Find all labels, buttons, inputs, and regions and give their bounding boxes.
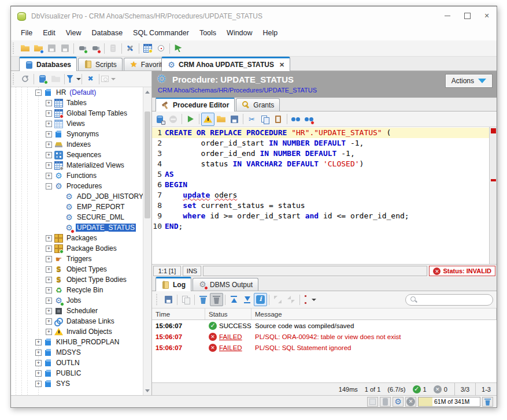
menu-file[interactable]: File <box>16 27 38 39</box>
tab-databases[interactable]: Databases <box>19 57 77 71</box>
log-toolbar-grip[interactable] <box>156 294 160 306</box>
new-sql-commander-button[interactable] <box>172 42 185 55</box>
tree-item-functions[interactable]: +Functions <box>11 170 151 181</box>
tree-item-scheduler[interactable]: +Scheduler <box>11 306 151 316</box>
tree-item-emp-report[interactable]: EMP_REPORT <box>11 202 151 212</box>
tree-item-invalid-objects[interactable]: +Invalid Objects <box>11 326 151 337</box>
code-line-3[interactable]: 3 order_id_end IN NUMBER DEFAULT -1, <box>152 148 489 159</box>
layout-button[interactable] <box>367 397 378 407</box>
tree-toolbar-grip[interactable] <box>13 73 17 85</box>
expander-plus-icon[interactable]: + <box>46 318 52 325</box>
save-procedure-button[interactable] <box>153 113 166 126</box>
tree-scrollbar[interactable] <box>143 87 151 395</box>
tree-item-outln[interactable]: +OUTLN <box>11 358 151 368</box>
expander-plus-icon[interactable]: + <box>46 100 52 106</box>
error-line-marker-icon[interactable] <box>491 179 496 181</box>
close-tasks-button[interactable] <box>405 397 416 407</box>
menu-view[interactable]: View <box>61 27 87 39</box>
stop-button[interactable] <box>166 113 180 126</box>
code-line-8[interactable]: 8 set current_status = status <box>152 200 489 211</box>
close-tab-icon[interactable]: ✕ <box>279 61 284 69</box>
expander-plus-icon[interactable]: + <box>46 235 52 241</box>
tree-item-materialized-views[interactable]: +Materialized Views <box>11 160 151 170</box>
save-as-button[interactable] <box>58 42 72 55</box>
tree-item-views[interactable]: +Views <box>11 118 151 129</box>
tree-item-sequences[interactable]: +Sequences <box>11 150 151 160</box>
tree-item-hr[interactable]: −HR (Default) <box>11 87 151 98</box>
code-line-9[interactable]: 9 where id >= order_id_start and id <= o… <box>152 211 489 221</box>
scroll-to-top-button[interactable] <box>227 293 240 306</box>
table-row[interactable]: 15:06:07FAILEDPL/SQL: ORA-00942: table o… <box>152 331 497 342</box>
expander-plus-icon[interactable]: + <box>46 308 52 314</box>
expander-plus-icon[interactable]: + <box>46 131 52 137</box>
expander-plus-icon[interactable]: + <box>46 298 52 304</box>
copy-button[interactable] <box>258 113 272 126</box>
open-connection-button[interactable] <box>32 42 45 55</box>
export-log-button[interactable] <box>162 293 175 306</box>
tab-log[interactable]: Log <box>156 277 191 291</box>
scroll-down-icon[interactable] <box>144 386 151 395</box>
tree-item-tables[interactable]: +Tables <box>11 98 151 108</box>
expander-plus-icon[interactable]: + <box>46 246 52 252</box>
disconnect-button[interactable] <box>89 42 102 55</box>
collapse-all-button[interactable] <box>84 72 97 86</box>
paste-button[interactable] <box>272 113 285 126</box>
table-row[interactable]: 15:06:07SUCCESSSource code was compiled/… <box>152 320 497 331</box>
expander-plus-icon[interactable]: + <box>35 360 42 366</box>
cut-button[interactable] <box>245 113 258 126</box>
expander-plus-icon[interactable]: + <box>35 339 42 345</box>
expander-minus-icon[interactable]: − <box>35 90 42 96</box>
filter-button[interactable] <box>66 72 80 86</box>
toolbar-grip[interactable] <box>13 43 17 54</box>
sql-editor[interactable]: 1CREATE OR REPLACE PROCEDURE "HR"."UPDAT… <box>152 127 497 265</box>
breadcrumb[interactable]: CRM Ahoa/Schemas/HR/Procedures/UPDATE_ST… <box>157 87 492 94</box>
scheduler-button[interactable] <box>154 42 168 55</box>
garbage-collect-button[interactable] <box>482 397 493 407</box>
insert-mode[interactable]: INS <box>183 266 201 276</box>
expander-plus-icon[interactable]: + <box>46 266 52 273</box>
table-data-button[interactable] <box>141 42 154 55</box>
menu-sql-commander[interactable]: SQL Commander <box>128 27 194 39</box>
menu-tools[interactable]: Tools <box>194 27 221 39</box>
tree-item-kihub-prodplan[interactable]: +KIHUB_PRODPLAN <box>11 337 151 347</box>
code-line-7[interactable]: 7 update oders <box>152 190 489 200</box>
tree-item-package-bodies[interactable]: +Package Bodies <box>11 243 151 254</box>
tab-document[interactable]: CRM Ahoa UPDATE_STATUS ✕ <box>161 57 290 71</box>
connections-button[interactable] <box>380 397 391 407</box>
code-line-1[interactable]: 1CREATE OR REPLACE PROCEDURE "HR"."UPDAT… <box>152 128 489 138</box>
column-status[interactable]: Status <box>205 309 251 319</box>
code-line-6[interactable]: 6BEGIN <box>152 180 489 190</box>
background-tasks-button[interactable] <box>393 397 404 407</box>
object-view-button[interactable] <box>101 72 114 86</box>
expand-all-button[interactable] <box>271 293 284 306</box>
actions-button[interactable]: Actions <box>446 75 492 87</box>
refresh-objects-button[interactable] <box>18 72 32 86</box>
tree-item-packages[interactable]: +Packages <box>11 233 151 243</box>
show-info-button[interactable] <box>254 293 267 306</box>
tab-procedure-editor[interactable]: Procedure Editor <box>156 97 235 111</box>
memory-indicator[interactable]: 61M of 341M <box>418 397 480 407</box>
code-line-2[interactable]: 2 order_id_start IN NUMBER DEFAULT -1, <box>152 138 489 148</box>
find-replace-button[interactable] <box>302 113 316 126</box>
menu-database[interactable]: Database <box>87 27 128 39</box>
menu-edit[interactable]: Edit <box>38 27 61 39</box>
tab-dbms-output[interactable]: DBMS Output <box>193 278 258 291</box>
tab-grants[interactable]: Grants <box>236 98 280 111</box>
tree-item-public[interactable]: +PUBLIC <box>11 368 151 378</box>
tree-item-update-status[interactable]: UPDATE_STATUS <box>11 222 151 233</box>
tree-item-mdsys[interactable]: +MDSYS <box>11 347 151 358</box>
tree-item-global-temp-tables[interactable]: +Global Temp Tables <box>11 108 151 118</box>
tree-item-object-type-bodies[interactable]: +Object Type Bodies <box>11 274 151 285</box>
create-folder-button[interactable] <box>49 72 62 86</box>
search-input[interactable] <box>420 296 489 303</box>
column-time[interactable]: Time <box>152 309 205 319</box>
log-search-box[interactable] <box>405 294 493 306</box>
tree-item-secure-dml[interactable]: SECURE_DML <box>11 212 151 222</box>
column-message[interactable]: Message <box>251 309 497 319</box>
tree-item-sys[interactable]: +SYS <box>11 378 151 389</box>
expander-plus-icon[interactable]: + <box>46 173 52 179</box>
create-connection-button[interactable] <box>36 72 49 86</box>
tree-item-procedures[interactable]: −Procedures <box>11 181 151 191</box>
error-marker-icon[interactable] <box>491 128 496 133</box>
expander-plus-icon[interactable]: + <box>35 350 42 356</box>
